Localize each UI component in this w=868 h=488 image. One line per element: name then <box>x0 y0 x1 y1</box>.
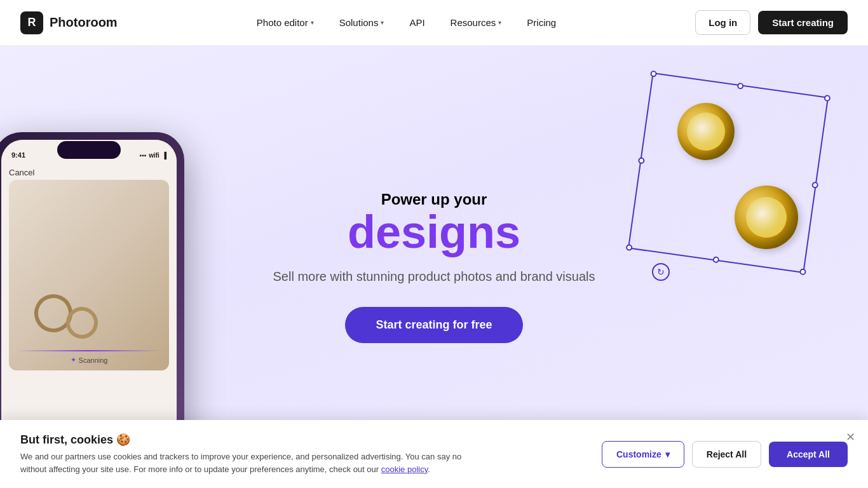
phone-notch <box>57 141 121 159</box>
logo[interactable]: R Photoroom <box>20 11 118 34</box>
login-button[interactable]: Log in <box>695 10 750 35</box>
scanning-star-icon: ✦ <box>71 356 76 364</box>
cookie-title: But first, cookies 🍪 <box>20 433 589 447</box>
cookie-content: But first, cookies 🍪 We and our partners… <box>20 433 589 475</box>
chevron-down-icon: ▾ <box>665 449 670 459</box>
signal-icon: ▪▪▪ <box>140 152 147 159</box>
hero-content: Power up your designs Sell more with stu… <box>273 191 595 343</box>
navbar-actions: Log in Start creating <box>695 10 848 35</box>
wifi-icon: wifi <box>149 152 159 159</box>
chevron-down-icon: ▾ <box>311 19 314 26</box>
cookie-banner: But first, cookies 🍪 We and our partners… <box>0 420 868 488</box>
battery-icon: ▐ <box>162 152 166 159</box>
accept-all-button[interactable]: Accept All <box>769 442 848 467</box>
logo-letter: R <box>28 16 36 29</box>
handle-top-left <box>650 70 657 77</box>
cookie-policy-link[interactable]: cookie policy <box>381 464 428 474</box>
nav-api[interactable]: API <box>399 12 435 33</box>
handle-bottom-right <box>799 268 806 275</box>
start-creating-button[interactable]: Start creating <box>758 11 848 34</box>
nav-solutions[interactable]: Solutions ▾ <box>329 12 395 33</box>
customize-button[interactable]: Customize ▾ <box>602 441 684 468</box>
nav-pricing[interactable]: Pricing <box>517 12 566 33</box>
nav-resources[interactable]: Resources ▾ <box>440 12 512 33</box>
handle-middle-top <box>737 83 744 90</box>
handle-middle-left <box>638 157 645 164</box>
navbar-nav: Photo editor ▾ Solutions ▾ API Resources… <box>247 12 566 33</box>
handle-bottom-left <box>625 244 632 251</box>
navbar: R Photoroom Photo editor ▾ Solutions ▾ A… <box>0 0 868 46</box>
logo-icon: R <box>20 11 43 34</box>
hero-title: Power up your designs <box>273 191 595 257</box>
handle-middle-right <box>811 182 818 189</box>
cookie-text: We and our partners use cookies and trac… <box>20 451 465 475</box>
cookie-actions: Customize ▾ Reject All Accept All <box>602 441 848 468</box>
hero-title-accent: designs <box>273 208 595 257</box>
jewelry-float: ↻ <box>639 84 830 287</box>
handle-top-right <box>824 95 831 102</box>
jewelry-selection-border <box>628 72 829 273</box>
phone-cancel-button[interactable]: Cancel <box>1 165 177 180</box>
phone-image-area: ✦ Scanning <box>9 180 169 370</box>
chevron-down-icon: ▾ <box>381 19 384 26</box>
earring-top <box>677 103 735 160</box>
brand-name: Photoroom <box>50 15 118 30</box>
phone-status-icons: ▪▪▪ wifi ▐ <box>140 152 166 159</box>
phone-image-content: ✦ Scanning <box>9 180 169 370</box>
reject-all-button[interactable]: Reject All <box>692 441 761 468</box>
chevron-down-icon: ▾ <box>498 19 501 26</box>
scanning-text: ✦ Scanning <box>71 356 108 364</box>
hero-subtitle: Sell more with stunning product photos a… <box>273 269 595 284</box>
handle-middle-bottom <box>712 256 719 263</box>
scan-line <box>17 350 161 351</box>
earring-bottom <box>735 186 798 249</box>
nav-photo-editor[interactable]: Photo editor ▾ <box>247 12 324 33</box>
hero-cta-button[interactable]: Start creating for free <box>345 307 522 343</box>
phone-time: 9:41 <box>11 151 25 159</box>
rotate-icon: ↻ <box>652 263 670 281</box>
cookie-close-button[interactable]: ✕ <box>846 430 855 444</box>
jewelry-frame: ↻ <box>639 84 817 262</box>
